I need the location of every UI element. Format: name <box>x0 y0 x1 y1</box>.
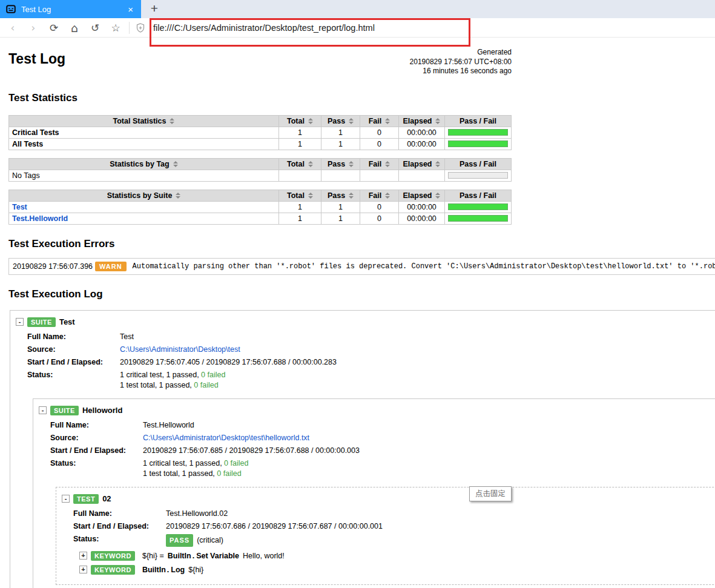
zero-failed-text: 0 failed <box>201 371 225 379</box>
stat-total: 1 <box>279 138 321 150</box>
stat-fail: 0 <box>360 127 399 138</box>
sort-icon <box>349 118 354 124</box>
reload-icon[interactable]: ⟳ <box>44 22 64 34</box>
collapse-toggle[interactable]: - <box>62 495 70 503</box>
test-start-end-elapsed: 20190829 17:56:07.686 / 20190829 17:56:0… <box>166 521 383 532</box>
generated-ago: 16 minutes 16 seconds ago <box>410 67 512 76</box>
sort-icon <box>308 118 313 124</box>
pass-fail-graph <box>445 213 512 224</box>
column-header-fail[interactable]: Fail <box>360 158 399 170</box>
home-icon[interactable]: ⌂ <box>64 21 85 35</box>
stat-fail: 0 <box>360 213 399 224</box>
generated-label: Generated <box>410 48 512 58</box>
stat-total: 1 <box>279 201 321 213</box>
robot-favicon-icon <box>6 4 16 14</box>
log-page: Test Log Generated 20190829 17:56:07 UTC… <box>0 46 715 588</box>
stat-fail <box>360 170 399 181</box>
column-header-pass[interactable]: Pass <box>321 190 360 201</box>
stat-fail: 0 <box>360 201 399 213</box>
site-safety-shield-icon[interactable] <box>136 23 145 33</box>
back-icon[interactable]: ‹ <box>2 22 23 34</box>
stat-elapsed <box>399 170 445 181</box>
keyword-library: BuiltIn <box>168 552 191 560</box>
section-title-test-execution-errors: Test Execution Errors <box>8 238 715 250</box>
suite-element-test: - SUITE Test Full Name: Test Source: C:\… <box>10 310 715 588</box>
suite-link-test[interactable]: Test <box>12 203 27 211</box>
undo-icon[interactable]: ↺ <box>85 22 105 34</box>
expand-toggle[interactable]: + <box>79 552 87 560</box>
suite-link-test-helloworld[interactable]: Test.Helloworld <box>12 214 68 223</box>
tab-title: Test Log <box>21 5 126 14</box>
collapse-toggle[interactable]: - <box>16 318 24 326</box>
column-header-elapsed[interactable]: Elapsed <box>399 115 445 127</box>
meta-label-full-name: Full Name: <box>27 332 120 342</box>
stat-elapsed: 00:00:00 <box>399 201 445 213</box>
suite-status: 1 critical test, 1 passed, 0 failed 1 te… <box>143 458 248 479</box>
error-message: Automatically parsing other than '*.robo… <box>133 262 715 271</box>
new-tab-button[interactable]: + <box>141 0 168 18</box>
column-header-statistics-by-tag[interactable]: Statistics by Tag <box>9 158 279 170</box>
expand-toggle[interactable]: + <box>79 566 87 573</box>
column-header-pass-fail[interactable]: Pass / Fail <box>445 115 512 127</box>
tab-close-icon[interactable]: × <box>126 4 135 15</box>
keyword-badge: KEYWORD <box>91 565 135 575</box>
sort-icon <box>170 118 174 124</box>
keyword-badge: KEYWORD <box>91 551 135 561</box>
url-field[interactable]: file:///C:/Users/Administrator/Desktop/t… <box>153 23 375 33</box>
stat-elapsed: 00:00:00 <box>399 138 445 150</box>
table-row: All Tests 1 1 0 00:00:00 <box>9 138 512 150</box>
column-header-total-statistics[interactable]: Total Statistics <box>9 115 279 127</box>
collapse-toggle[interactable]: - <box>39 406 47 414</box>
column-header-elapsed[interactable]: Elapsed <box>399 190 445 201</box>
pass-fail-graph <box>445 127 512 138</box>
sort-icon <box>435 118 440 124</box>
browser-toolbar: ‹ › ⟳ ⌂ ↺ ☆ file:///C:/Users/Administrat… <box>0 18 715 38</box>
stat-elapsed: 00:00:00 <box>399 127 445 138</box>
pass-fail-graph <box>445 138 512 150</box>
suite-status: 1 critical test, 1 passed, 0 failed 1 te… <box>120 370 225 391</box>
column-header-pass[interactable]: Pass <box>321 158 360 170</box>
generated-info: Generated 20190829 17:56:07 UTC+08:00 16… <box>410 48 512 76</box>
execution-errors-table: 20190829 17:56:07.396 WARN Automatically… <box>8 258 715 275</box>
test-name: 02 <box>102 494 111 503</box>
column-header-elapsed[interactable]: Elapsed <box>399 158 445 170</box>
zero-failed-text: 0 failed <box>194 381 218 389</box>
stat-total: 1 <box>279 213 321 224</box>
pass-bar <box>448 129 508 136</box>
meta-label-start-end-elapsed: Start / End / Elapsed: <box>50 446 143 456</box>
stat-elapsed: 00:00:00 <box>399 213 445 224</box>
column-header-fail[interactable]: Fail <box>360 190 399 201</box>
keyword-name: Set Variable <box>196 552 239 560</box>
section-title-test-execution-log: Test Execution Log <box>8 288 715 300</box>
meta-label-status: Status: <box>27 370 120 391</box>
empty-bar <box>448 172 508 179</box>
stat-pass: 1 <box>321 138 360 150</box>
column-header-total[interactable]: Total <box>279 190 321 201</box>
column-header-total[interactable]: Total <box>279 158 321 170</box>
column-header-statistics-by-suite[interactable]: Statistics by Suite <box>9 190 279 201</box>
statistics-by-tag-table: Statistics by Tag Total Pass Fail Elapse… <box>8 158 512 182</box>
statistics-by-suite-table: Statistics by Suite Total Pass Fail Elap… <box>8 190 512 225</box>
suite-source-link[interactable]: C:\Users\Administrator\Desktop\test\hell… <box>143 433 309 443</box>
column-header-pass-fail[interactable]: Pass / Fail <box>445 158 512 170</box>
keyword-assign: ${hi} = <box>142 552 164 560</box>
section-title-test-statistics: Test Statistics <box>8 92 715 104</box>
status-criticality: (critical) <box>197 535 223 546</box>
browser-chrome: Test Log × + ‹ › ⟳ ⌂ ↺ ☆ file:///C:/User… <box>0 0 715 38</box>
favorites-star-icon[interactable]: ☆ <box>105 22 126 34</box>
suite-full-name: Test.Helloworld <box>143 420 194 431</box>
click-to-pin-tooltip: 点击固定 <box>469 486 512 501</box>
suite-source-link[interactable]: C:\Users\Administrator\Desktop\test <box>120 345 240 355</box>
column-header-pass[interactable]: Pass <box>321 115 360 127</box>
column-header-fail[interactable]: Fail <box>360 115 399 127</box>
sort-icon <box>435 193 440 199</box>
table-row: No Tags <box>9 170 512 181</box>
column-header-total[interactable]: Total <box>279 115 321 127</box>
pass-bar <box>448 215 508 222</box>
tab-test-log[interactable]: Test Log × <box>0 0 141 18</box>
sort-icon <box>308 193 313 199</box>
suite-name-cell: Test.Helloworld <box>9 213 279 224</box>
forward-icon[interactable]: › <box>23 22 44 34</box>
column-header-pass-fail[interactable]: Pass / Fail <box>445 190 512 201</box>
suite-name: Test <box>59 317 75 326</box>
